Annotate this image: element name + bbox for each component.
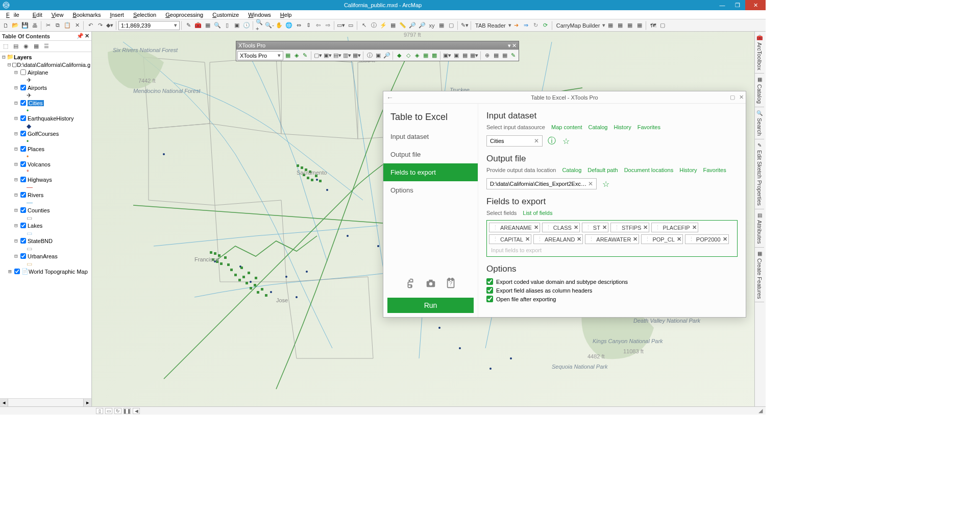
back-icon[interactable]: ⇦ (313, 21, 323, 30)
fixedzoomout-icon[interactable]: ⇕ (304, 21, 313, 30)
pan-icon[interactable]: ✋ (275, 21, 284, 30)
resize-grip-icon[interactable]: ◢ (758, 407, 763, 414)
layer-highways[interactable]: Highways (28, 177, 52, 183)
layer-rivers[interactable]: Rivers (28, 192, 43, 198)
tag-areaname[interactable]: ⋮ AREANAME ✕ (489, 223, 540, 232)
tag-remove-icon[interactable]: ✕ (525, 236, 530, 243)
time-icon[interactable]: 🕔 (242, 21, 251, 30)
layer-counties[interactable]: Counties (28, 207, 50, 213)
help-icon[interactable]: ? (445, 277, 457, 289)
xt-icon[interactable]: ▥▾ (342, 51, 352, 60)
pause-icon[interactable]: ❚❚ (124, 408, 131, 414)
nav-fields-to-export[interactable]: Fields to export (383, 163, 478, 181)
input-datasource-field[interactable]: Cities✕ (486, 135, 543, 147)
hyperlink-icon[interactable]: ⚡ (379, 21, 388, 30)
layer-check-airports[interactable] (20, 85, 26, 90)
tr3-icon[interactable]: ↻ (531, 21, 541, 30)
fields-tagbox[interactable]: ⋮ AREANAME ✕⋮ CLASS ✕⋮ ST ✕⋮ STFIPS ✕⋮ P… (486, 220, 738, 257)
close-button[interactable]: ✕ (745, 0, 766, 10)
cm2-icon[interactable]: ▦ (616, 21, 625, 30)
tag-remove-icon[interactable]: ✕ (723, 236, 727, 243)
layer-cities[interactable]: Cities (28, 100, 44, 106)
xy-icon[interactable]: xy (427, 21, 436, 30)
view-data-icon[interactable]: ▯ (96, 408, 103, 414)
xt-icon[interactable]: ▣▾ (443, 51, 452, 60)
maximize-button[interactable]: ❐ (730, 0, 745, 10)
link-catalog[interactable]: Catalog (562, 167, 581, 173)
xt-icon[interactable]: ▣▾ (323, 51, 332, 60)
xt-icon[interactable]: ◈ (413, 51, 421, 60)
info-icon[interactable]: ⓘ (547, 136, 557, 146)
layer-golfcourses[interactable]: GolfCourses (28, 131, 59, 137)
toc-pin-icon[interactable]: 📌 (77, 33, 84, 39)
xt-icon[interactable]: ▦▾ (352, 51, 361, 60)
toc-root[interactable]: Layers (14, 54, 32, 60)
toc-hscroll[interactable]: ◂▸ (0, 398, 91, 406)
add-data-icon[interactable]: ◆▾ (105, 21, 114, 30)
link-catalog[interactable]: Catalog (589, 124, 608, 130)
clear-icon[interactable]: ✕ (534, 137, 539, 144)
html-icon[interactable]: ▦ (388, 21, 398, 30)
link-favorites[interactable]: Favorites (703, 167, 726, 173)
tr1-icon[interactable]: ➜ (512, 21, 521, 30)
layer-check-volcanos[interactable] (20, 161, 26, 167)
layer-lakes[interactable]: Lakes (28, 223, 42, 229)
xtools-toolbar[interactable]: XTools Pro ▾✕ XTools Pro▾ ▦ ◈ ✎ ▢▾ ▣▾ ▤▾… (236, 41, 519, 61)
link-document-locations[interactable]: Document locations (624, 167, 674, 173)
opt-check-1[interactable] (486, 287, 493, 294)
toc-list-by-visibility-icon[interactable]: ◉ (21, 42, 31, 51)
minimize-button[interactable]: — (715, 0, 730, 10)
viewer-icon[interactable]: ▢ (447, 21, 456, 30)
tr2-icon[interactable]: ⇒ (522, 21, 531, 30)
menu-help[interactable]: Help (276, 11, 296, 19)
layer-check-earthquakehistory[interactable] (20, 115, 26, 121)
menu-geoprocessing[interactable]: Geoprocessing (161, 11, 207, 19)
xt-icon[interactable]: ▣ (452, 51, 460, 60)
tab-edit-sketch[interactable]: ✎Edit Sketch Properties (755, 139, 764, 209)
layer-volcanos[interactable]: Volcanos (28, 161, 51, 167)
xt-icon[interactable]: ▦ (422, 51, 430, 60)
carrymap-label[interactable]: CarryMap Builder (554, 22, 602, 29)
scale-input[interactable]: 1:1,869,239▾ (118, 21, 180, 30)
favorite-icon[interactable]: ☆ (601, 179, 611, 189)
toc-source[interactable]: D:\data\California\California.g (17, 62, 90, 68)
run-button[interactable]: Run (387, 298, 474, 313)
tag-remove-icon[interactable]: ✕ (692, 224, 697, 231)
dialog-back-icon[interactable]: ← (386, 93, 394, 102)
measure-icon[interactable]: 📏 (398, 21, 407, 30)
xtools-close-icon[interactable]: ✕ (512, 42, 517, 49)
redo-icon[interactable]: ↷ (95, 21, 105, 30)
toc-list-by-drawing-icon[interactable]: ⬚ (1, 42, 10, 51)
tag-remove-icon[interactable]: ✕ (643, 224, 648, 231)
layer-statebnd[interactable]: StateBND (28, 238, 53, 244)
xt-icon[interactable]: ▦ (461, 51, 469, 60)
layer-check-urbanareas[interactable] (20, 253, 26, 259)
menu-windows[interactable]: Windows (244, 11, 275, 19)
cm1-icon[interactable]: ▦ (606, 21, 615, 30)
catalog-icon[interactable]: ▦ (203, 21, 212, 30)
tag-remove-icon[interactable]: ✕ (633, 236, 638, 243)
findroute-icon[interactable]: 🔎 (418, 21, 427, 30)
tag-class[interactable]: ⋮ CLASS ✕ (542, 223, 580, 232)
toc-list-by-source-icon[interactable]: ▤ (11, 42, 20, 51)
layer-check-counties[interactable] (20, 207, 26, 213)
favorite-icon[interactable]: ☆ (561, 136, 571, 146)
tag-pop2000[interactable]: ⋮ POP2000 ✕ (685, 234, 729, 244)
toc-close-icon[interactable]: ✕ (85, 33, 89, 39)
fullextent-icon[interactable]: 🌐 (284, 21, 293, 30)
tag-remove-icon[interactable]: ✕ (534, 224, 538, 231)
link-history[interactable]: History (614, 124, 631, 130)
toc-basemap-check[interactable] (14, 269, 20, 274)
xt-icon[interactable]: ◈ (292, 51, 301, 60)
dialog-titlebar[interactable]: ← Table to Excel - XTools Pro ▢ ✕ (383, 91, 746, 104)
tag-remove-icon[interactable]: ✕ (602, 224, 607, 231)
tag-st[interactable]: ⋮ ST ✕ (582, 223, 608, 232)
toc-tree[interactable]: ⊟📁Layers ⊟▢D:\data\California\California… (0, 52, 91, 398)
menu-file[interactable]: File (2, 11, 28, 19)
xt-icon[interactable]: ✎ (301, 51, 309, 60)
fields-placeholder[interactable]: Input fields to export (489, 246, 544, 254)
layer-check-highways[interactable] (20, 177, 26, 182)
search-icon[interactable]: 🔍 (213, 21, 222, 30)
python-icon[interactable]: ▯ (223, 21, 232, 30)
tabreader-label[interactable]: TAB Reader (473, 22, 508, 29)
